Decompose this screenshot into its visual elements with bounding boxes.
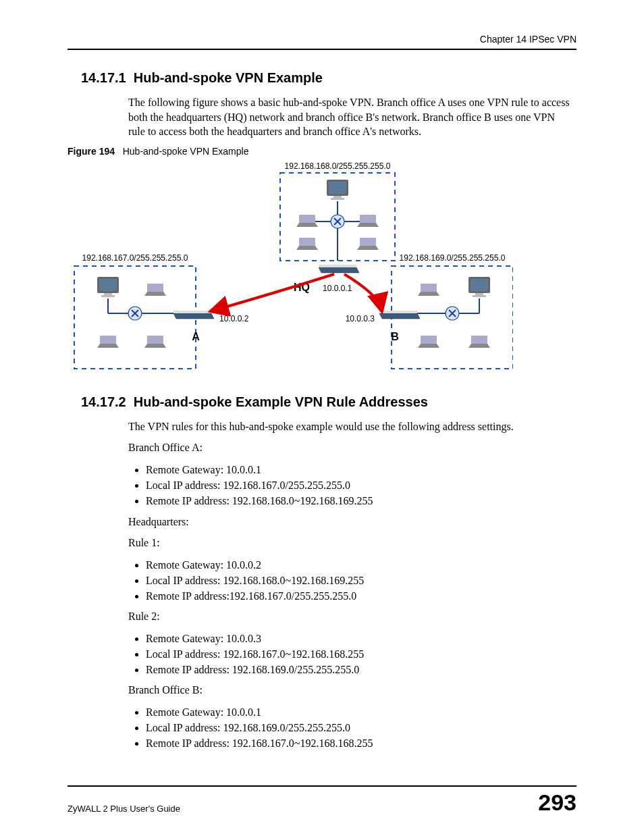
branch-b-list: Remote Gateway: 10.0.0.1 Local IP addres…	[128, 704, 570, 752]
figure-caption: Figure 194 Hub-and-spoke VPN Example	[68, 146, 576, 157]
label-hq-ip: 10.0.0.1	[323, 284, 352, 293]
list-item: Remote Gateway: 10.0.0.3	[146, 631, 570, 646]
list-item: Local IP address: 192.168.169.0/255.255.…	[146, 720, 570, 735]
rule-1-list: Remote Gateway: 10.0.0.2 Local IP addres…	[128, 557, 570, 604]
list-item: Remote IP address: 192.168.168.0~192.168…	[146, 493, 570, 509]
list-item: Local IP address: 192.168.167.0/255.255.…	[146, 477, 570, 493]
label-b: B	[391, 331, 399, 342]
list-item: Local IP address: 192.168.167.0~192.168.…	[146, 646, 570, 662]
section-heading-14-17-1: 14.17.1 Hub-and-spoke VPN Example	[81, 70, 576, 86]
list-item: Remote Gateway: 10.0.0.2	[146, 557, 570, 573]
label-b-subnet: 192.168.169.0/255.255.255.0	[400, 253, 506, 263]
section-title: Hub-and-spoke Example VPN Rule Addresses	[134, 394, 428, 409]
rule-2-heading: Rule 2:	[128, 609, 570, 624]
footer-guide-title: ZyWALL 2 Plus User's Guide	[68, 804, 180, 814]
list-item: Remote Gateway: 10.0.0.1	[146, 462, 570, 477]
label-a-subnet: 192.168.167.0/255.255.255.0	[82, 253, 188, 263]
page-footer: ZyWALL 2 Plus User's Guide 293	[68, 785, 576, 814]
list-item: Local IP address: 192.168.168.0~192.168.…	[146, 573, 570, 588]
section-title: Hub-and-spoke VPN Example	[134, 70, 323, 85]
figure-194-diagram: 192.168.168.0/255.255.255.0 HQ 10.0.0.1 …	[68, 159, 513, 375]
list-item: Remote IP address: 192.168.167.0~192.168…	[146, 735, 570, 751]
section-1-paragraph: The following figure shows a basic hub-a…	[128, 95, 570, 139]
label-a-ip: 10.0.0.2	[219, 314, 249, 323]
section-number: 14.17.2	[81, 394, 126, 409]
chapter-header: Chapter 14 IPSec VPN	[68, 34, 576, 50]
label-b-ip: 10.0.0.3	[346, 314, 375, 323]
figure-number: Figure 194	[68, 146, 115, 157]
figure-title: Hub-and-spoke VPN Example	[123, 146, 249, 157]
label-hq-subnet: 192.168.168.0/255.255.255.0	[285, 161, 391, 171]
rule-2-list: Remote Gateway: 10.0.0.3 Local IP addres…	[128, 631, 570, 678]
footer-page-number: 293	[538, 791, 576, 814]
section-heading-14-17-2: 14.17.2 Hub-and-spoke Example VPN Rule A…	[81, 394, 576, 410]
branch-a-heading: Branch Office A:	[128, 440, 570, 455]
section-2-intro: The VPN rules for this hub-and-spoke exa…	[128, 419, 570, 434]
branch-a-list: Remote Gateway: 10.0.0.1 Local IP addres…	[128, 462, 570, 509]
list-item: Remote Gateway: 10.0.0.1	[146, 704, 570, 720]
label-a: A	[192, 331, 200, 342]
list-item: Remote IP address: 192.168.169.0/255.255…	[146, 662, 570, 677]
rule-1-heading: Rule 1:	[128, 536, 570, 550]
section-number: 14.17.1	[81, 70, 126, 85]
branch-b-heading: Branch Office B:	[128, 683, 570, 698]
list-item: Remote IP address:192.168.167.0/255.255.…	[146, 588, 570, 604]
hq-heading: Headquarters:	[128, 515, 570, 529]
